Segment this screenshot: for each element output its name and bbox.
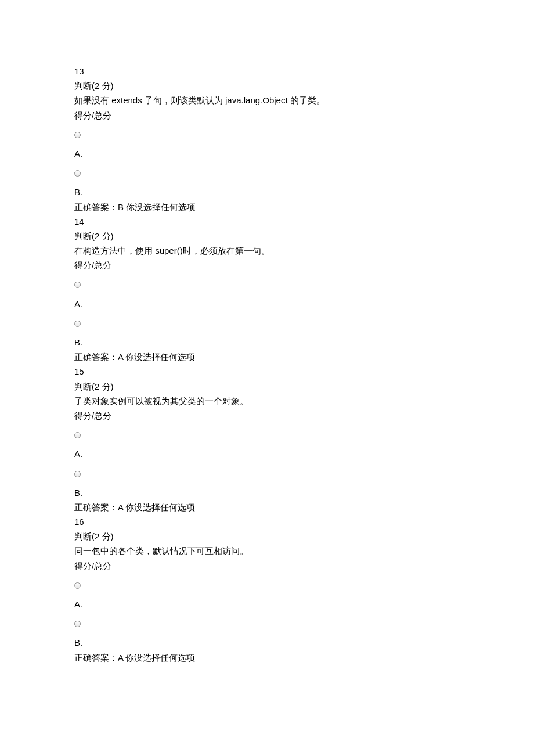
correct-answer: 正确答案：A 你没选择任何选项	[74, 350, 460, 364]
radio-option-a[interactable]	[74, 578, 460, 592]
question-13: 13 判断(2 分) 如果没有 extends 子句，则该类默认为 java.l…	[74, 64, 460, 214]
option-a-label: A.	[74, 597, 460, 611]
radio-icon	[74, 132, 81, 138]
question-type: 判断(2 分)	[74, 229, 460, 243]
radio-icon	[74, 621, 81, 627]
question-14: 14 判断(2 分) 在构造方法中，使用 super()时，必须放在第一句。 得…	[74, 214, 460, 365]
correct-answer: 正确答案：B 你没选择任何选项	[74, 200, 460, 214]
option-b-label: B.	[74, 335, 460, 350]
question-15: 15 判断(2 分) 子类对象实例可以被视为其父类的一个对象。 得分/总分 A.…	[74, 364, 460, 514]
question-type: 判断(2 分)	[74, 529, 460, 543]
radio-option-a[interactable]	[74, 277, 460, 291]
score-label: 得分/总分	[74, 408, 460, 423]
radio-icon	[74, 432, 81, 438]
question-16: 16 判断(2 分) 同一包中的各个类，默认情况下可互相访问。 得分/总分 A.…	[74, 514, 460, 665]
question-number: 13	[74, 64, 460, 78]
score-label: 得分/总分	[74, 108, 460, 123]
score-label: 得分/总分	[74, 258, 460, 272]
correct-answer: 正确答案：A 你没选择任何选项	[74, 500, 460, 514]
radio-option-b[interactable]	[74, 316, 460, 330]
option-a-label: A.	[74, 146, 460, 161]
radio-icon	[74, 170, 81, 177]
option-a-label: A.	[74, 447, 460, 461]
radio-option-b[interactable]	[74, 165, 460, 180]
option-a-label: A.	[74, 297, 460, 311]
question-stem: 在构造方法中，使用 super()时，必须放在第一句。	[74, 243, 460, 258]
question-number: 14	[74, 214, 460, 229]
radio-option-b[interactable]	[74, 466, 460, 481]
radio-icon	[74, 321, 81, 327]
option-b-label: B.	[74, 185, 460, 199]
question-number: 15	[74, 364, 460, 379]
question-type: 判断(2 分)	[74, 379, 460, 394]
correct-answer: 正确答案：A 你没选择任何选项	[74, 650, 460, 665]
radio-icon	[74, 582, 81, 589]
score-label: 得分/总分	[74, 559, 460, 573]
question-number: 16	[74, 514, 460, 529]
question-stem: 同一包中的各个类，默认情况下可互相访问。	[74, 543, 460, 558]
question-stem: 如果没有 extends 子句，则该类默认为 java.lang.Object …	[74, 93, 460, 107]
question-stem: 子类对象实例可以被视为其父类的一个对象。	[74, 394, 460, 408]
option-b-label: B.	[74, 485, 460, 500]
radio-icon	[74, 282, 81, 288]
option-b-label: B.	[74, 635, 460, 650]
radio-option-b[interactable]	[74, 616, 460, 631]
radio-option-a[interactable]	[74, 427, 460, 442]
radio-icon	[74, 471, 81, 477]
question-type: 判断(2 分)	[74, 78, 460, 93]
radio-option-a[interactable]	[74, 127, 460, 142]
